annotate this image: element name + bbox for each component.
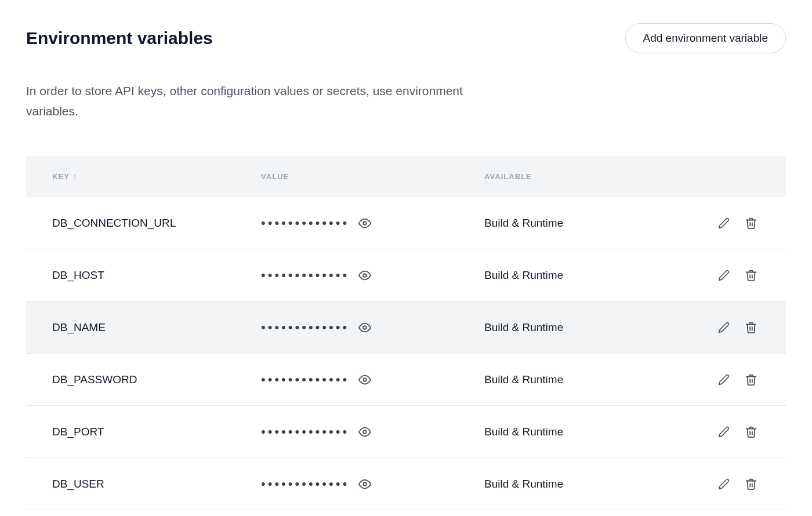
table-body: DB_CONNECTION_URL•••••••••••••Build & Ru… [26,197,786,510]
column-available[interactable]: AVAILABLE [484,172,684,181]
env-var-available: Build & Runtime [484,373,684,386]
page-description: In order to store API keys, other config… [26,81,507,121]
trash-icon[interactable] [742,475,760,493]
add-env-var-button[interactable]: Add environment variable [625,23,786,53]
env-var-value: ••••••••••••• [261,371,484,388]
table-row: DB_PASSWORD•••••••••••••Build & Runtime [26,354,786,406]
table-row: DB_PORT•••••••••••••Build & Runtime [26,406,786,458]
masked-value: ••••••••••••• [261,269,349,282]
row-actions [684,475,760,493]
eye-icon[interactable] [356,215,374,232]
table-header: KEY ↑ VALUE AVAILABLE [26,156,786,197]
table-row: DB_CONNECTION_URL•••••••••••••Build & Ru… [26,197,786,249]
page-title: Environment variables [26,28,213,48]
env-vars-table: KEY ↑ VALUE AVAILABLE DB_CONNECTION_URL•… [26,156,786,510]
trash-icon[interactable] [742,215,760,232]
env-var-available: Build & Runtime [484,269,684,282]
svg-point-3 [363,378,367,381]
trash-icon[interactable] [742,423,760,441]
column-value[interactable]: VALUE [261,172,484,181]
env-var-value: ••••••••••••• [261,267,484,284]
masked-value: ••••••••••••• [261,321,349,334]
svg-point-4 [363,430,367,434]
env-var-key: DB_HOST [52,269,261,282]
env-var-value: ••••••••••••• [261,319,484,336]
masked-value: ••••••••••••• [261,217,349,230]
arrow-up-icon: ↑ [73,172,78,181]
table-row: DB_NAME•••••••••••••Build & Runtime [26,301,786,354]
masked-value: ••••••••••••• [261,478,349,490]
edit-icon[interactable] [716,319,732,336]
svg-point-5 [363,482,367,486]
column-key[interactable]: KEY ↑ [52,172,261,181]
page-header: Environment variables Add environment va… [26,23,786,53]
row-actions [684,423,760,441]
row-actions [684,267,760,284]
trash-icon[interactable] [742,371,760,388]
env-var-available: Build & Runtime [484,426,684,438]
table-row: DB_HOST•••••••••••••Build & Runtime [26,249,786,301]
masked-value: ••••••••••••• [261,426,349,438]
row-actions [684,215,760,232]
trash-icon[interactable] [742,319,760,336]
env-var-key: DB_NAME [52,321,261,334]
column-key-label: KEY [52,172,70,181]
env-var-key: DB_PORT [52,426,261,438]
env-var-key: DB_USER [52,478,261,490]
masked-value: ••••••••••••• [261,373,349,386]
edit-icon[interactable] [716,267,732,284]
row-actions [684,371,760,388]
env-var-key: DB_CONNECTION_URL [52,217,261,230]
env-var-available: Build & Runtime [484,217,684,230]
env-var-value: ••••••••••••• [261,215,484,232]
edit-icon[interactable] [716,372,732,388]
edit-icon[interactable] [716,424,732,440]
trash-icon[interactable] [742,267,760,284]
eye-icon[interactable] [356,319,374,336]
env-var-available: Build & Runtime [484,478,684,490]
env-var-available: Build & Runtime [484,321,684,334]
env-var-value: ••••••••••••• [261,423,484,441]
svg-point-2 [363,326,367,329]
svg-point-1 [363,274,367,277]
svg-point-0 [363,221,367,225]
eye-icon[interactable] [356,371,374,388]
table-row: DB_USER•••••••••••••Build & Runtime [26,458,786,510]
row-actions [684,319,760,336]
env-var-value: ••••••••••••• [261,475,484,493]
eye-icon[interactable] [356,423,374,441]
edit-icon[interactable] [716,476,732,492]
edit-icon[interactable] [716,215,732,231]
eye-icon[interactable] [356,267,374,284]
eye-icon[interactable] [356,475,374,493]
env-var-key: DB_PASSWORD [52,373,261,386]
